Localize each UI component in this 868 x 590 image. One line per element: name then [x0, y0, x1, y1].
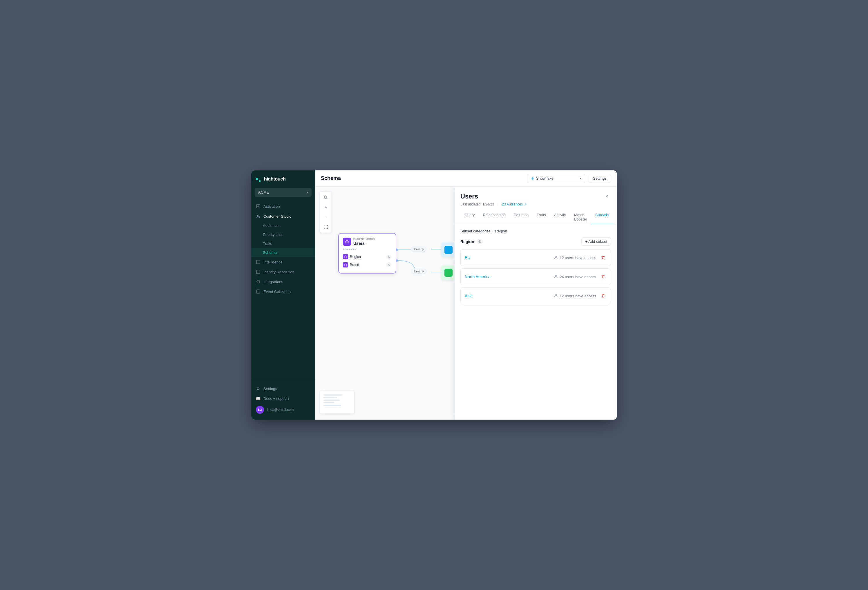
- subset-item-eu: EU 12 users have access: [461, 249, 611, 266]
- sidebar-item-customer-studio-label: Customer Studio: [263, 214, 292, 218]
- svg-rect-5: [257, 290, 260, 293]
- subset-row-brand[interactable]: Brand 5: [343, 261, 392, 269]
- region-label: Region: [461, 239, 474, 244]
- minimap-line-5: [323, 405, 341, 406]
- subset-icon-brand: [343, 262, 348, 268]
- panel-meta: Last updated: 1/24/23 | 23 Audiences ↗: [461, 202, 611, 206]
- subset-category-label: Region 3: [461, 239, 483, 244]
- avatar: LJ: [256, 406, 264, 414]
- settings-button[interactable]: Settings: [589, 174, 611, 183]
- workspace-name: ACME: [258, 190, 269, 194]
- sidebar-item-identity-resolution[interactable]: Identity Resolution: [251, 267, 315, 277]
- minimap-line-1: [323, 394, 342, 396]
- user-email: linda@email.com: [267, 408, 294, 412]
- tab-activity[interactable]: Activity: [550, 210, 570, 224]
- delete-asia-button[interactable]: [600, 293, 607, 299]
- customer-studio-icon: [256, 214, 261, 218]
- sidebar-item-settings-label: Settings: [263, 387, 277, 391]
- subset-item-asia-right: 12 users have access: [554, 293, 607, 299]
- sidebar-item-audiences[interactable]: Audiences: [251, 221, 315, 230]
- workspace-selector[interactable]: ACME ▾: [255, 188, 311, 197]
- sidebar-item-priority-lists[interactable]: Priority Lists: [251, 230, 315, 239]
- detail-panel: Users × Last updated: 1/24/23 | 23 Audie…: [454, 187, 617, 419]
- tab-columns[interactable]: Columns: [509, 210, 532, 224]
- sidebar-item-integrations-label: Integrations: [263, 280, 283, 284]
- subset-item-north-america: North America 24 users h: [461, 268, 611, 285]
- subset-item-asia-name[interactable]: Asia: [465, 294, 472, 298]
- subset-item-eu-name[interactable]: EU: [465, 255, 470, 260]
- svg-rect-3: [257, 270, 260, 274]
- subset-item-eu-right: 12 users have access: [554, 254, 607, 261]
- tab-traits[interactable]: Traits: [533, 210, 550, 224]
- parent-model-node[interactable]: PARENT MODEL Users SUBSETS Regi: [338, 233, 396, 274]
- sidebar-item-schema[interactable]: Schema: [251, 248, 315, 257]
- subset-item-north-america-name[interactable]: North America: [465, 274, 490, 279]
- tab-match-booster[interactable]: Match Booster: [570, 210, 591, 224]
- sidebar-item-docs-label: Docs + support: [263, 396, 289, 401]
- search-tool-button[interactable]: [321, 193, 331, 202]
- sidebar-item-schema-label: Schema: [263, 250, 277, 255]
- na-users-access: 24 users have access: [554, 274, 596, 280]
- database-icon: [256, 289, 261, 294]
- zoom-in-button[interactable]: +: [321, 203, 331, 212]
- panel-tabs: Query Relationships Columns Traits: [461, 210, 611, 224]
- region-count: 3: [476, 239, 483, 244]
- sidebar-item-activation[interactable]: Activation: [251, 202, 315, 211]
- sidebar-item-traits[interactable]: Traits: [251, 239, 315, 248]
- tab-relationships[interactable]: Relationships: [479, 210, 509, 224]
- minimap-line-2: [323, 397, 337, 398]
- panel-title-row: Users ×: [461, 193, 611, 200]
- asia-users-access: 12 users have access: [554, 294, 596, 299]
- sidebar-item-customer-studio[interactable]: Customer Studio: [251, 211, 315, 221]
- subset-count-brand: 5: [386, 263, 392, 267]
- audiences-link[interactable]: 23 Audiences ↗: [502, 202, 527, 206]
- source-name: ❄ Snowflake: [531, 176, 554, 181]
- breadcrumb: Subset categories / Region: [461, 229, 611, 233]
- related-node-2[interactable]: [441, 265, 456, 280]
- sidebar-item-intelligence-label: Intelligence: [263, 260, 283, 264]
- sidebar-item-settings[interactable]: ⚙ Settings: [251, 384, 315, 394]
- page-title: Schema: [321, 175, 341, 181]
- subset-name-brand: Brand: [350, 263, 359, 267]
- related-node-1-icon: [444, 246, 453, 254]
- delete-eu-button[interactable]: [600, 254, 607, 261]
- breadcrumb-parent[interactable]: Subset categories: [461, 229, 490, 233]
- plug-icon: [256, 280, 261, 284]
- sidebar-item-docs[interactable]: 📖 Docs + support: [251, 394, 315, 403]
- audiences-link-text: 23 Audiences: [502, 202, 523, 206]
- logo-square-2: [259, 180, 261, 182]
- lightning-icon: [256, 204, 261, 209]
- model-node-icon: [343, 238, 351, 246]
- user-icon-na: [554, 274, 558, 280]
- zoom-out-button[interactable]: −: [321, 212, 331, 222]
- related-node-1[interactable]: [441, 243, 456, 257]
- source-selector[interactable]: ❄ Snowflake ▾: [527, 174, 585, 183]
- add-subset-button[interactable]: + Add subset: [582, 237, 611, 246]
- user-row[interactable]: LJ linda@email.com: [251, 403, 315, 416]
- sidebar-item-event-collection[interactable]: Event Collection: [251, 287, 315, 296]
- fit-view-button[interactable]: [321, 222, 331, 231]
- sidebar-item-event-collection-label: Event Collection: [263, 290, 291, 294]
- logo-text: hightouch: [264, 177, 286, 182]
- subset-name-region: Region: [350, 255, 361, 259]
- minimap-lines: [320, 391, 354, 409]
- sidebar-item-intelligence[interactable]: Intelligence: [251, 257, 315, 267]
- gear-icon: ⚙: [256, 386, 261, 391]
- delete-na-button[interactable]: [600, 273, 607, 280]
- sidebar-item-activation-label: Activation: [263, 204, 280, 209]
- panel-close-button[interactable]: ×: [603, 193, 611, 200]
- source-chevron-icon: ▾: [580, 177, 582, 180]
- breadcrumb-current: Region: [495, 229, 507, 233]
- canvas-tools: + −: [320, 191, 332, 233]
- fingerprint-icon: [256, 269, 261, 274]
- sidebar-item-audiences-label: Audiences: [263, 224, 280, 228]
- main-content: Schema ❄ Snowflake ▾ Settings: [315, 171, 617, 419]
- top-bar: Schema ❄ Snowflake ▾ Settings: [315, 171, 617, 187]
- tab-query[interactable]: Query: [461, 210, 479, 224]
- na-access-text: 24 users have access: [559, 275, 596, 279]
- model-node-header: PARENT MODEL Users: [343, 238, 392, 246]
- logo-square-1: [256, 178, 258, 180]
- subset-row-region[interactable]: Region 3: [343, 253, 392, 261]
- sidebar-item-integrations[interactable]: Integrations: [251, 277, 315, 287]
- tab-subsets[interactable]: Subsets: [591, 210, 613, 224]
